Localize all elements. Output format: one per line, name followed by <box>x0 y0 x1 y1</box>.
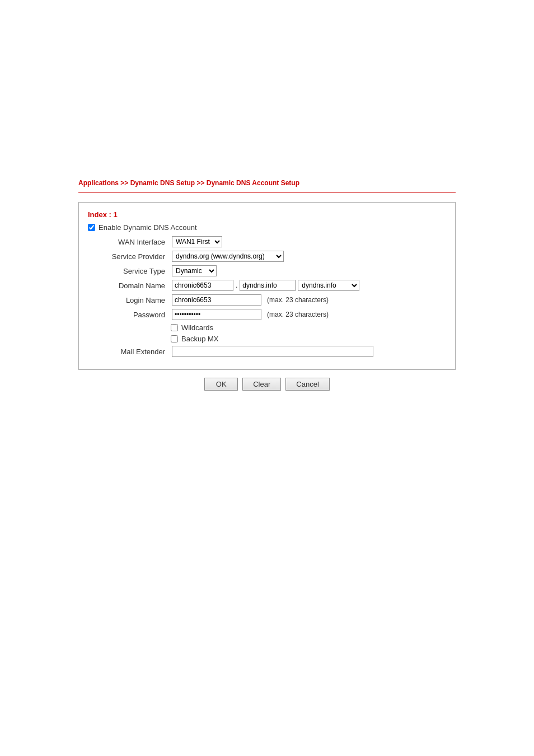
wildcards-row: Wildcards <box>88 323 446 332</box>
login-name-input[interactable] <box>172 294 261 306</box>
section-divider <box>78 192 456 193</box>
ok-button[interactable]: OK <box>204 378 238 391</box>
page-container: Applications >> Dynamic DNS Setup >> Dyn… <box>0 0 534 756</box>
form-box: Index : 1 Enable Dynamic DNS Account WAN… <box>78 202 456 370</box>
mail-extender-row: Mail Extender <box>88 346 446 357</box>
domain-select[interactable]: dyndns.info dyndns.org dyndns.biz <box>298 280 359 291</box>
service-provider-value: dyndns.org (www.dyndns.org) <box>172 251 284 262</box>
backup-mx-checkbox[interactable] <box>171 335 178 342</box>
cancel-button[interactable]: Cancel <box>285 378 329 391</box>
mail-extender-value <box>172 346 373 357</box>
service-type-value: Dynamic Static Custom <box>172 265 217 276</box>
service-provider-select[interactable]: dyndns.org (www.dyndns.org) <box>172 251 284 262</box>
password-max-chars: (max. 23 characters) <box>267 311 329 318</box>
login-name-label: Login Name <box>99 296 172 304</box>
domain-part1-input[interactable] <box>172 280 233 291</box>
wan-interface-label: WAN Interface <box>99 238 172 246</box>
mail-extender-label: Mail Extender <box>99 348 172 356</box>
domain-part2-input[interactable] <box>240 280 296 291</box>
enable-row: Enable Dynamic DNS Account <box>88 223 446 232</box>
domain-separator: . <box>236 281 237 289</box>
clear-button[interactable]: Clear <box>242 378 281 391</box>
domain-name-value: . dyndns.info dyndns.org dyndns.biz <box>172 280 359 291</box>
wan-interface-row: WAN Interface WAN1 First WAN2 First <box>88 236 446 247</box>
index-label: Index : 1 <box>88 210 446 219</box>
login-max-chars: (max. 23 characters) <box>267 296 329 304</box>
domain-name-label: Domain Name <box>99 281 172 290</box>
breadcrumb: Applications >> Dynamic DNS Setup >> Dyn… <box>78 179 456 187</box>
service-type-label: Service Type <box>99 267 172 275</box>
backup-mx-row: Backup MX <box>88 335 446 343</box>
service-provider-row: Service Provider dyndns.org (www.dyndns.… <box>88 251 446 262</box>
service-provider-label: Service Provider <box>99 252 172 261</box>
password-value: (max. 23 characters) <box>172 309 329 320</box>
enable-checkbox[interactable] <box>88 224 95 231</box>
wildcards-checkbox[interactable] <box>171 324 178 331</box>
backup-mx-label: Backup MX <box>181 335 218 343</box>
enable-label: Enable Dynamic DNS Account <box>99 223 197 232</box>
button-row: OK Clear Cancel <box>78 378 456 391</box>
password-row: Password (max. 23 characters) <box>88 309 446 320</box>
mail-extender-input[interactable] <box>172 346 373 357</box>
password-label: Password <box>99 311 172 319</box>
wan-interface-value: WAN1 First WAN2 First <box>172 236 222 247</box>
wildcards-label: Wildcards <box>181 323 213 332</box>
wan-interface-select[interactable]: WAN1 First WAN2 First <box>172 236 222 247</box>
service-type-row: Service Type Dynamic Static Custom <box>88 265 446 276</box>
domain-name-row: Domain Name . dyndns.info dyndns.org dyn… <box>88 280 446 291</box>
service-type-select[interactable]: Dynamic Static Custom <box>172 265 217 276</box>
password-input[interactable] <box>172 309 261 320</box>
login-name-value: (max. 23 characters) <box>172 294 329 306</box>
login-name-row: Login Name (max. 23 characters) <box>88 294 446 306</box>
